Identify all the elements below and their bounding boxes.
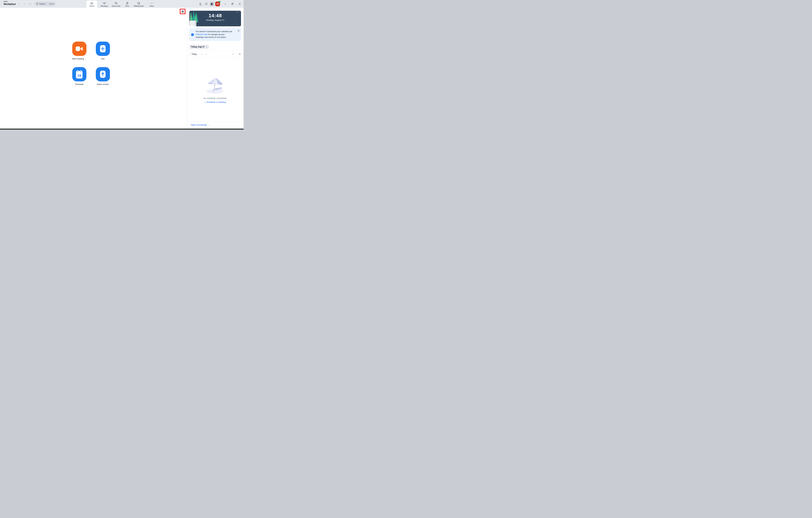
arrow-up-icon xyxy=(100,71,106,78)
logo-workplace: Workplace xyxy=(4,3,16,5)
tab-more[interactable]: More xyxy=(150,0,154,8)
new-meeting-label: New meeting xyxy=(72,58,84,60)
search-placeholder: Search xyxy=(39,3,46,5)
history-clock-icon xyxy=(29,2,31,5)
presence-status-dot xyxy=(219,1,221,3)
share-screen-button[interactable] xyxy=(96,67,110,81)
tab-docs[interactable]: Docs xyxy=(125,0,129,8)
plant-illustration xyxy=(190,11,199,26)
banner-line3: meetings and events in one place. xyxy=(196,36,226,38)
banner-close-button[interactable] xyxy=(238,30,239,32)
join-button[interactable] xyxy=(96,42,110,56)
calendar-19-icon: 19 xyxy=(76,70,83,79)
screen-bottom-strip xyxy=(0,129,243,130)
schedule-tile[interactable]: 19 Schedule xyxy=(69,67,89,85)
restore-button[interactable] xyxy=(230,1,235,6)
close-icon xyxy=(238,2,241,5)
plus-icon: + xyxy=(205,101,206,103)
calendar-panel-toggle[interactable] xyxy=(209,1,214,6)
tab-meetings-label: Meetings xyxy=(101,5,108,7)
banner-line1: You haven't connected your calendar yet. xyxy=(196,30,233,33)
schedule-button[interactable]: 19 xyxy=(72,67,86,81)
new-meeting-label-row: New meeting⌄ xyxy=(69,58,89,60)
date-selector-label: Today, Aug 17 xyxy=(191,46,204,48)
tab-docs-label: Docs xyxy=(125,5,129,7)
back-button[interactable] xyxy=(17,0,21,8)
beach-umbrella-illustration xyxy=(205,77,225,94)
settings-button[interactable] xyxy=(181,10,184,13)
tab-meetings[interactable]: Meetings xyxy=(101,0,108,8)
history-button[interactable] xyxy=(28,0,32,8)
home-icon xyxy=(90,1,93,5)
device-signal-icon xyxy=(199,2,202,5)
connect-device-button[interactable] xyxy=(198,1,203,6)
meetings-icon xyxy=(103,1,106,5)
forward-button[interactable] xyxy=(23,0,27,8)
restore-icon xyxy=(231,2,234,5)
next-day-button[interactable]: › xyxy=(206,53,206,55)
schedule-a-meeting-link[interactable]: + Schedule a meeting xyxy=(187,101,243,103)
close-icon xyxy=(238,30,239,32)
chevron-right-icon xyxy=(23,3,26,5)
calendar-empty-area: No meetings scheduled. + Schedule a meet… xyxy=(187,58,243,122)
calendar-toolbar: Today ‹ › ··· + xyxy=(187,51,243,58)
whiteboards-icon xyxy=(137,1,140,5)
minimize-button[interactable] xyxy=(223,1,228,6)
panel-footer: Open recordings › xyxy=(187,122,243,128)
calendar-overflow-menu[interactable]: ··· xyxy=(232,53,234,55)
search-input[interactable]: Search Ctrl+F xyxy=(34,2,56,6)
calendar-side-panel: ··· 14:48 Sunday, August 17 i You haven'… xyxy=(187,9,243,128)
video-camera-icon xyxy=(76,46,83,52)
chevron-down-icon: ⌄ xyxy=(206,46,207,48)
share-screen-tile[interactable]: Share screen xyxy=(93,67,113,85)
new-meeting-tile[interactable]: New meeting⌄ xyxy=(69,42,89,60)
prev-day-button[interactable]: ‹ xyxy=(202,53,202,55)
clock-card-menu[interactable]: ··· xyxy=(236,11,239,13)
banner-line2: to manage all your xyxy=(207,33,225,35)
new-meeting-dropdown-chevron[interactable]: ⌄ xyxy=(85,58,86,60)
search-icon xyxy=(36,3,38,5)
new-meeting-button[interactable] xyxy=(72,42,86,56)
plus-icon xyxy=(100,45,106,52)
zoom-workplace-window: zoom Workplace Search Ctrl+F xyxy=(0,0,243,130)
calendar-icon xyxy=(210,2,213,5)
tab-more-label: More xyxy=(150,5,154,7)
empty-state-title: No meetings scheduled. xyxy=(187,97,243,100)
tab-whiteboards-label: Whiteboards xyxy=(134,5,144,7)
chevron-left-icon xyxy=(18,3,20,5)
tab-home[interactable]: Home xyxy=(89,0,94,8)
today-button[interactable]: Today xyxy=(190,52,199,56)
tab-team-chat-label: Team Chat xyxy=(112,5,120,7)
team-chat-icon xyxy=(114,1,117,5)
join-label: Join xyxy=(101,58,105,60)
schedule-label: Schedule xyxy=(75,83,84,85)
annotation-highlight-box xyxy=(180,9,185,14)
share-screen-label: Share screen xyxy=(97,83,109,85)
avatar[interactable]: YS xyxy=(215,1,220,6)
minimize-icon xyxy=(224,2,227,5)
app-logo: zoom Workplace xyxy=(4,1,16,5)
docs-icon xyxy=(126,1,129,5)
logo-zoom: zoom xyxy=(4,1,16,2)
clock-card: ··· 14:48 Sunday, August 17 xyxy=(190,11,241,26)
add-event-button[interactable]: + xyxy=(239,53,241,56)
tab-home-label: Home xyxy=(89,5,94,7)
tab-whiteboards[interactable]: Whiteboards xyxy=(134,0,144,8)
gear-icon xyxy=(181,10,184,13)
tab-team-chat[interactable]: Team Chat xyxy=(112,0,120,8)
svg-text:19: 19 xyxy=(77,74,81,77)
titlebar: zoom Workplace Search Ctrl+F xyxy=(0,0,243,8)
bell-icon xyxy=(205,2,208,5)
connect-now-link[interactable]: Connect now xyxy=(196,33,207,35)
calendar-connect-banner: i You haven't connected your calendar ye… xyxy=(190,28,241,41)
more-icon xyxy=(150,1,153,5)
chevron-right-icon: › xyxy=(209,124,209,126)
notifications-button[interactable] xyxy=(204,1,209,6)
info-icon: i xyxy=(191,33,194,36)
search-shortcut: Ctrl+F xyxy=(49,3,54,5)
join-tile[interactable]: Join xyxy=(93,42,113,60)
date-selector-dropdown[interactable]: Today, Aug 17 ⌄ xyxy=(190,45,209,49)
avatar-initials: YS xyxy=(216,3,219,5)
close-window-button[interactable] xyxy=(237,1,242,6)
open-recordings-link[interactable]: Open recordings xyxy=(191,124,207,126)
